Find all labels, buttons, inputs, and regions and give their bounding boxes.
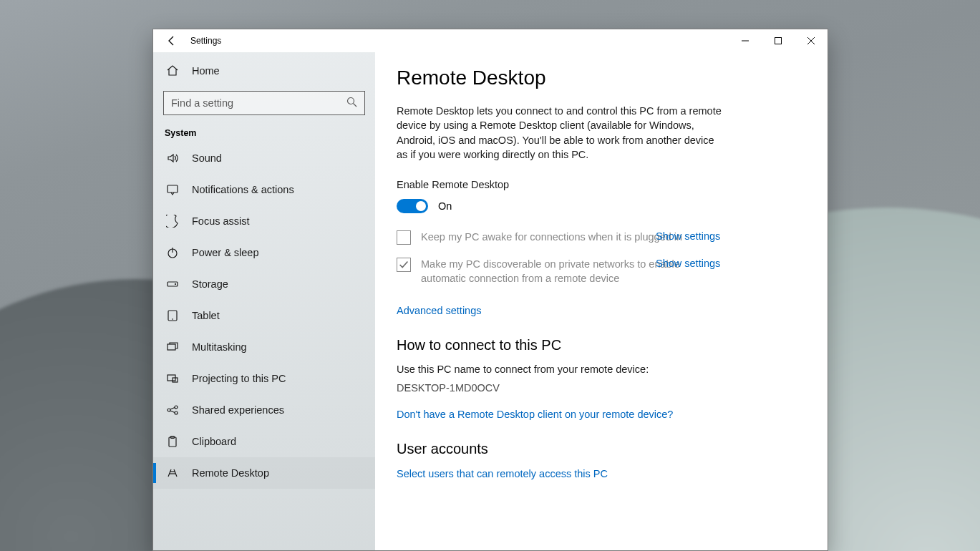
sidebar-item-label: Shared experiences [192, 404, 284, 416]
sidebar: Home System SoundNotifications & actions… [153, 52, 375, 550]
remote-desktop-icon [166, 467, 179, 479]
clipboard-icon [166, 435, 179, 448]
multitasking-icon [166, 341, 179, 353]
sidebar-item-sound[interactable]: Sound [153, 142, 375, 174]
sidebar-item-projecting[interactable]: Projecting to this PC [153, 363, 375, 394]
sidebar-item-label: Clipboard [192, 436, 236, 447]
no-client-link[interactable]: Don't have a Remote Desktop client on yo… [397, 409, 673, 420]
sidebar-item-label: Remote Desktop [192, 467, 269, 479]
svg-line-20 [170, 411, 175, 413]
home-icon [166, 64, 179, 77]
enable-remote-desktop-toggle[interactable] [397, 199, 428, 213]
sidebar-item-label: Notifications & actions [192, 184, 294, 195]
sidebar-item-clipboard[interactable]: Clipboard [153, 426, 375, 457]
svg-point-16 [168, 409, 170, 411]
svg-rect-1 [775, 38, 782, 44]
svg-point-17 [175, 406, 178, 409]
settings-window: Settings Home [152, 29, 828, 551]
sidebar-item-power-sleep[interactable]: Power & sleep [153, 237, 375, 268]
maximize-button[interactable] [762, 29, 795, 52]
advanced-settings-link[interactable]: Advanced settings [397, 305, 482, 316]
page-title: Remote Desktop [397, 67, 806, 89]
shared-experiences-icon [166, 404, 179, 416]
page-description: Remote Desktop lets you connect to and c… [397, 104, 726, 162]
sidebar-item-label: Power & sleep [192, 247, 259, 258]
svg-point-18 [175, 411, 178, 414]
svg-rect-6 [168, 185, 178, 192]
svg-point-4 [348, 98, 354, 104]
titlebar: Settings [153, 29, 828, 52]
sidebar-item-focus-assist[interactable]: Focus assist [153, 205, 375, 237]
svg-point-10 [175, 284, 176, 285]
projecting-icon [166, 372, 179, 385]
keep-awake-checkbox[interactable] [397, 230, 411, 245]
sidebar-item-storage[interactable]: Storage [153, 268, 375, 300]
connect-heading: How to connect to this PC [397, 337, 806, 353]
sidebar-item-label: Sound [192, 152, 222, 164]
sidebar-item-remote-desktop[interactable]: Remote Desktop [153, 457, 375, 489]
sidebar-item-multitasking[interactable]: Multitasking [153, 331, 375, 363]
toggle-state-text: On [438, 200, 452, 212]
sidebar-item-label: Tablet [192, 310, 220, 321]
sidebar-item-label: Storage [192, 278, 228, 290]
notifications-icon [166, 183, 179, 196]
sound-icon [166, 152, 179, 165]
enable-remote-desktop-label: Enable Remote Desktop [397, 179, 806, 190]
svg-line-5 [354, 104, 357, 107]
sidebar-item-tablet[interactable]: Tablet [153, 300, 375, 331]
sidebar-section-label: System [153, 121, 375, 142]
search-box[interactable] [163, 91, 365, 115]
search-icon [346, 97, 357, 109]
back-button[interactable] [166, 35, 178, 47]
sidebar-item-label: Multitasking [192, 341, 247, 353]
sidebar-item-label: Focus assist [192, 215, 250, 227]
sidebar-item-notifications[interactable]: Notifications & actions [153, 174, 375, 205]
search-input[interactable] [171, 97, 346, 109]
close-button[interactable] [795, 29, 828, 52]
sidebar-item-label: Projecting to this PC [192, 373, 286, 384]
storage-icon [166, 278, 179, 291]
user-accounts-heading: User accounts [397, 441, 806, 457]
power-sleep-icon [166, 246, 179, 259]
sidebar-home[interactable]: Home [153, 55, 375, 87]
content-area: Remote Desktop Remote Desktop lets you c… [375, 52, 828, 550]
keep-awake-show-settings-link[interactable]: Show settings [656, 230, 720, 242]
tablet-icon [166, 309, 179, 322]
svg-rect-13 [168, 344, 175, 350]
sidebar-item-shared-experiences[interactable]: Shared experiences [153, 394, 375, 426]
window-title: Settings [190, 36, 221, 46]
minimize-button[interactable] [729, 29, 762, 52]
connect-instruction: Use this PC name to connect from your re… [397, 364, 806, 375]
select-users-link[interactable]: Select users that can remotely access th… [397, 468, 608, 479]
discoverable-checkbox[interactable] [397, 258, 411, 272]
sidebar-home-label: Home [192, 65, 220, 77]
svg-line-19 [170, 408, 175, 410]
focus-assist-icon [166, 215, 179, 228]
discoverable-show-settings-link[interactable]: Show settings [656, 258, 720, 269]
pc-name-value: DESKTOP-1MD0OCV [397, 382, 806, 394]
